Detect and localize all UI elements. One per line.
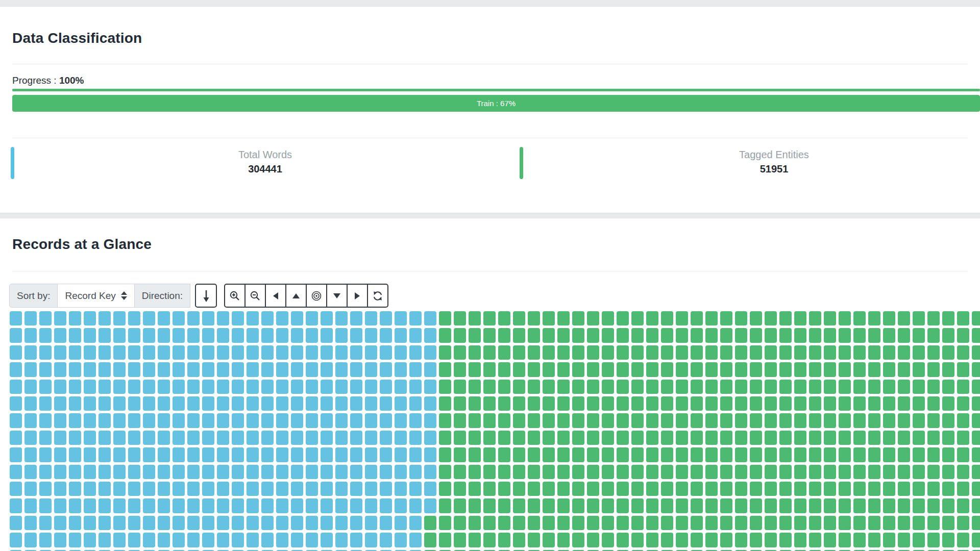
waffle-cell-blue-records[interactable] — [10, 482, 22, 496]
waffle-cell-green-records[interactable] — [839, 345, 851, 360]
waffle-cell-blue-records[interactable] — [350, 380, 362, 394]
waffle-cell-blue-records[interactable] — [365, 328, 377, 342]
waffle-cell-blue-records[interactable] — [321, 328, 333, 342]
waffle-cell-green-records[interactable] — [809, 380, 821, 394]
waffle-cell-green-records[interactable] — [957, 396, 969, 411]
waffle-cell-blue-records[interactable] — [247, 533, 259, 547]
waffle-cell-green-records[interactable] — [839, 482, 851, 496]
waffle-cell-green-records[interactable] — [602, 380, 614, 394]
waffle-cell-green-records[interactable] — [824, 311, 836, 325]
waffle-cell-green-records[interactable] — [839, 465, 851, 479]
waffle-cell-blue-records[interactable] — [380, 482, 392, 496]
waffle-cell-green-records[interactable] — [779, 311, 792, 325]
waffle-cell-green-records[interactable] — [572, 533, 584, 547]
waffle-cell-green-records[interactable] — [557, 311, 570, 325]
waffle-cell-green-records[interactable] — [957, 431, 969, 445]
waffle-cell-green-records[interactable] — [972, 311, 980, 325]
waffle-cell-blue-records[interactable] — [365, 345, 377, 360]
waffle-cell-green-records[interactable] — [720, 311, 732, 325]
waffle-cell-green-records[interactable] — [513, 431, 525, 445]
waffle-cell-green-records[interactable] — [942, 380, 954, 394]
waffle-cell-green-records[interactable] — [691, 328, 703, 342]
waffle-cell-blue-records[interactable] — [84, 396, 96, 411]
waffle-cell-blue-records[interactable] — [99, 345, 111, 360]
waffle-cell-green-records[interactable] — [572, 482, 584, 496]
waffle-cell-blue-records[interactable] — [335, 516, 348, 530]
waffle-cell-green-records[interactable] — [572, 516, 584, 530]
waffle-cell-blue-records[interactable] — [173, 311, 185, 325]
waffle-cell-blue-records[interactable] — [99, 465, 111, 479]
waffle-cell-blue-records[interactable] — [187, 533, 200, 547]
waffle-cell-green-records[interactable] — [720, 345, 732, 360]
waffle-cell-blue-records[interactable] — [173, 362, 185, 377]
waffle-cell-blue-records[interactable] — [158, 447, 170, 462]
waffle-cell-blue-records[interactable] — [365, 465, 377, 479]
waffle-cell-green-records[interactable] — [631, 498, 644, 513]
waffle-cell-blue-records[interactable] — [113, 311, 126, 325]
waffle-cell-green-records[interactable] — [661, 516, 673, 530]
waffle-cell-blue-records[interactable] — [409, 380, 422, 394]
waffle-cell-green-records[interactable] — [557, 498, 570, 513]
waffle-cell-blue-records[interactable] — [365, 482, 377, 496]
waffle-cell-green-records[interactable] — [913, 431, 925, 445]
waffle-cell-green-records[interactable] — [972, 516, 980, 530]
waffle-cell-green-records[interactable] — [705, 311, 718, 325]
waffle-cell-green-records[interactable] — [528, 447, 540, 462]
waffle-cell-blue-records[interactable] — [54, 413, 66, 428]
waffle-cell-blue-records[interactable] — [409, 533, 422, 547]
waffle-cell-green-records[interactable] — [646, 533, 658, 547]
waffle-cell-blue-records[interactable] — [306, 533, 318, 547]
waffle-cell-green-records[interactable] — [839, 447, 851, 462]
waffle-cell-blue-records[interactable] — [39, 431, 52, 445]
waffle-cell-blue-records[interactable] — [261, 328, 274, 342]
waffle-cell-blue-records[interactable] — [54, 380, 66, 394]
waffle-cell-blue-records[interactable] — [69, 380, 81, 394]
waffle-cell-green-records[interactable] — [913, 465, 925, 479]
waffle-cell-green-records[interactable] — [735, 431, 747, 445]
waffle-cell-blue-records[interactable] — [84, 328, 96, 342]
waffle-cell-blue-records[interactable] — [99, 516, 111, 530]
waffle-cell-green-records[interactable] — [735, 482, 747, 496]
waffle-cell-green-records[interactable] — [868, 465, 880, 479]
waffle-cell-blue-records[interactable] — [321, 482, 333, 496]
waffle-cell-green-records[interactable] — [883, 345, 895, 360]
waffle-cell-green-records[interactable] — [691, 482, 703, 496]
waffle-cell-blue-records[interactable] — [99, 431, 111, 445]
waffle-cell-blue-records[interactable] — [39, 413, 52, 428]
waffle-cell-green-records[interactable] — [691, 516, 703, 530]
waffle-cell-blue-records[interactable] — [113, 465, 126, 479]
waffle-cell-blue-records[interactable] — [291, 311, 303, 325]
waffle-cell-green-records[interactable] — [543, 362, 555, 377]
waffle-cell-green-records[interactable] — [572, 431, 584, 445]
waffle-cell-blue-records[interactable] — [10, 311, 22, 325]
waffle-cell-green-records[interactable] — [513, 328, 525, 342]
waffle-cell-green-records[interactable] — [913, 311, 925, 325]
waffle-cell-blue-records[interactable] — [321, 396, 333, 411]
waffle-cell-green-records[interactable] — [439, 362, 451, 377]
waffle-cell-blue-records[interactable] — [335, 328, 348, 342]
waffle-cell-green-records[interactable] — [617, 533, 629, 547]
waffle-cell-blue-records[interactable] — [409, 328, 422, 342]
waffle-cell-blue-records[interactable] — [173, 413, 185, 428]
pan-left-button[interactable] — [265, 284, 286, 308]
waffle-cell-green-records[interactable] — [617, 380, 629, 394]
waffle-cell-green-records[interactable] — [439, 533, 451, 547]
waffle-cell-blue-records[interactable] — [291, 362, 303, 377]
waffle-cell-green-records[interactable] — [868, 516, 880, 530]
waffle-cell-green-records[interactable] — [646, 396, 658, 411]
waffle-cell-green-records[interactable] — [927, 413, 940, 428]
waffle-cell-blue-records[interactable] — [291, 396, 303, 411]
waffle-cell-green-records[interactable] — [587, 345, 599, 360]
waffle-cell-green-records[interactable] — [942, 396, 954, 411]
waffle-cell-green-records[interactable] — [913, 380, 925, 394]
waffle-cell-blue-records[interactable] — [202, 328, 214, 342]
waffle-cell-blue-records[interactable] — [247, 362, 259, 377]
waffle-cell-green-records[interactable] — [498, 498, 510, 513]
waffle-cell-green-records[interactable] — [750, 380, 762, 394]
waffle-cell-blue-records[interactable] — [99, 396, 111, 411]
waffle-cell-blue-records[interactable] — [247, 482, 259, 496]
center-view-button[interactable] — [306, 284, 327, 308]
waffle-cell-green-records[interactable] — [617, 516, 629, 530]
waffle-cell-blue-records[interactable] — [128, 396, 140, 411]
waffle-cell-blue-records[interactable] — [380, 328, 392, 342]
